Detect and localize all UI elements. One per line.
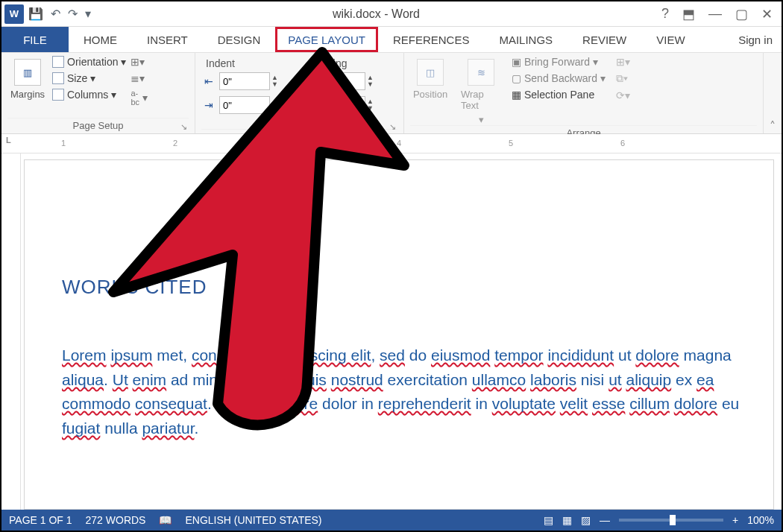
document-page[interactable]: WORKS CITED Lorem ipsum met, consectetur… — [24, 159, 774, 510]
spacing-after-input[interactable] — [315, 96, 365, 114]
position-button[interactable]: ◫ Position — [410, 56, 450, 125]
group-paragraph: Indent Spacing ⇤▲▼ ↕▲▼ ⇥▲▼ ↕▲▼ ↘ — [195, 53, 404, 133]
zoom-in-icon[interactable]: + — [732, 514, 738, 526]
spacing-before-icon: ↕ — [300, 75, 313, 87]
size-icon — [52, 72, 64, 84]
undo-icon[interactable]: ↶ — [51, 7, 60, 21]
size-button[interactable]: Size▾ — [52, 72, 126, 84]
margins-button[interactable]: ▥ Margins — [7, 56, 48, 118]
read-mode-icon[interactable]: ▤ — [544, 514, 553, 526]
columns-label: Columns — [67, 89, 108, 101]
print-layout-icon[interactable]: ▦ — [562, 514, 572, 526]
send-backward-button[interactable]: ▢Send Backward▾ — [512, 72, 606, 84]
status-words[interactable]: 272 WORDS — [86, 514, 146, 526]
zoom-out-icon[interactable]: — — [600, 514, 610, 526]
line-numbers-button[interactable]: ≣▾ — [130, 72, 148, 84]
title-bar: W 💾 ↶ ↷ ▾ wiki.docx - Word ? ⬒ — ▢ ✕ — [1, 1, 782, 27]
bring-forward-icon: ▣ — [512, 56, 521, 68]
status-page[interactable]: PAGE 1 OF 1 — [9, 514, 72, 526]
vertical-ruler[interactable] — [1, 153, 21, 510]
bring-forward-label: Bring Forward — [524, 56, 590, 68]
document-area: WORKS CITED Lorem ipsum met, consectetur… — [1, 153, 782, 510]
horizontal-ruler[interactable]: L 123456 — [1, 134, 782, 153]
close-icon[interactable]: ✕ — [761, 6, 773, 22]
tab-mailings[interactable]: MAILINGS — [484, 27, 567, 52]
group-objects-button[interactable]: ⧉▾ — [616, 72, 630, 85]
status-bar: PAGE 1 OF 1 272 WORDS 📖 ENGLISH (UNITED … — [1, 510, 782, 531]
indent-right-input[interactable] — [219, 96, 270, 114]
tab-design[interactable]: DESIGN — [203, 27, 276, 52]
save-icon[interactable]: 💾 — [28, 7, 43, 21]
spacing-after-field[interactable]: ↕▲▼ — [300, 96, 377, 114]
status-language[interactable]: ENGLISH (UNITED STATES) — [185, 514, 321, 526]
zoom-slider[interactable] — [619, 519, 723, 522]
tab-insert[interactable]: INSERT — [132, 27, 203, 52]
selection-pane-icon: ▦ — [512, 89, 521, 101]
ruler-mark: 4 — [397, 139, 401, 148]
proofing-icon[interactable]: 📖 — [159, 514, 172, 526]
sign-in-link[interactable]: Sign in — [729, 27, 782, 52]
zoom-value[interactable]: 100% — [747, 514, 774, 526]
indent-left-input[interactable] — [219, 72, 270, 90]
web-layout-icon[interactable]: ▨ — [581, 514, 591, 526]
send-backward-icon: ▢ — [512, 72, 521, 84]
selection-pane-label: Selection Pane — [524, 89, 594, 101]
rotate-button[interactable]: ⟳▾ — [616, 89, 630, 101]
bring-forward-button[interactable]: ▣Bring Forward▾ — [512, 56, 606, 68]
ruler-mark: 3 — [285, 139, 289, 148]
ribbon-collapse-arrow-icon[interactable]: ˄ — [764, 53, 782, 133]
breaks-button[interactable]: ⊞▾ — [130, 56, 148, 68]
margins-label: Margins — [10, 89, 45, 100]
ribbon-tabs: FILE HOME INSERT DESIGN PAGE LAYOUT REFE… — [1, 27, 782, 52]
wrap-text-button[interactable]: ≋ Wrap Text▾ — [461, 56, 501, 125]
hyphenation-button[interactable]: a-bc▾ — [130, 89, 148, 107]
document-title: wiki.docx - Word — [91, 7, 661, 21]
tab-page-layout[interactable]: PAGE LAYOUT — [275, 27, 378, 52]
orientation-icon — [52, 56, 64, 68]
indent-left-field[interactable]: ⇤▲▼ — [204, 72, 282, 90]
word-app-icon: W — [4, 4, 24, 24]
help-icon[interactable]: ? — [661, 6, 669, 22]
document-body-text: Lorem ipsum met, consectetur adipiscing … — [62, 343, 751, 440]
tab-view[interactable]: VIEW — [641, 27, 699, 52]
ruler-mark: 2 — [173, 139, 177, 148]
columns-icon — [52, 89, 64, 101]
size-label: Size — [67, 72, 87, 84]
columns-button[interactable]: Columns▾ — [52, 89, 126, 101]
spacing-before-input[interactable] — [315, 72, 365, 90]
tab-home[interactable]: HOME — [69, 27, 132, 52]
ruler-tab-selector-icon[interactable]: L — [6, 136, 11, 145]
ruler-mark: 6 — [620, 139, 625, 148]
position-label: Position — [413, 89, 447, 100]
wrap-text-icon: ≋ — [468, 59, 494, 86]
ribbon-collapse-icon[interactable]: ⬒ — [682, 6, 695, 22]
wrap-text-label: Wrap Text — [461, 89, 501, 111]
indent-right-field[interactable]: ⇥▲▼ — [204, 96, 282, 114]
spacing-before-field[interactable]: ↕▲▼ — [300, 72, 377, 90]
quick-access-toolbar: 💾 ↶ ↷ ▾ — [28, 7, 91, 21]
tab-file[interactable]: FILE — [1, 27, 69, 52]
group-page-setup: ▥ Margins Orientation▾ Size▾ Columns▾ ⊞▾… — [1, 53, 195, 133]
page-setup-dialog-icon[interactable]: ↘ — [180, 122, 187, 132]
send-backward-label: Send Backward — [524, 72, 597, 84]
document-heading: WORKS CITED — [62, 276, 751, 299]
orientation-label: Orientation — [67, 56, 118, 68]
qat-customize-icon[interactable]: ▾ — [85, 7, 91, 21]
ribbon: ▥ Margins Orientation▾ Size▾ Columns▾ ⊞▾… — [1, 52, 782, 134]
orientation-button[interactable]: Orientation▾ — [52, 56, 126, 68]
ruler-mark: 1 — [61, 139, 66, 148]
indent-left-icon: ⇤ — [204, 75, 218, 87]
group-page-setup-label: Page Setup — [73, 120, 124, 131]
tab-review[interactable]: REVIEW — [567, 27, 641, 52]
minimize-icon[interactable]: — — [708, 6, 722, 22]
paragraph-dialog-icon[interactable]: ↘ — [389, 122, 396, 132]
indent-header: Indent — [206, 57, 235, 69]
selection-pane-button[interactable]: ▦Selection Pane — [512, 89, 606, 101]
align-button[interactable]: ⊞▾ — [616, 56, 630, 68]
margins-icon: ▥ — [14, 59, 41, 86]
tab-references[interactable]: REFERENCES — [378, 27, 485, 52]
position-icon: ◫ — [417, 59, 444, 86]
redo-icon[interactable]: ↷ — [68, 7, 78, 21]
group-arrange: ◫ Position ≋ Wrap Text▾ ▣Bring Forward▾ … — [404, 53, 764, 133]
maximize-icon[interactable]: ▢ — [735, 6, 748, 22]
